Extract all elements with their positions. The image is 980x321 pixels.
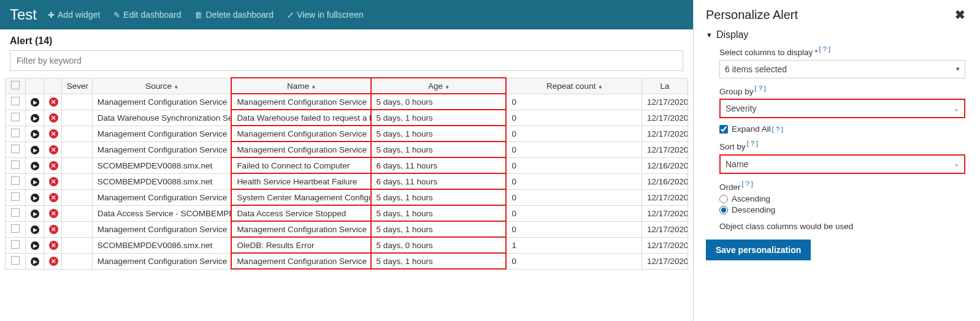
add-widget-button[interactable]: ✚Add widget	[48, 10, 100, 20]
help-icon[interactable]: [ ? ]	[747, 140, 758, 147]
row-expand[interactable]: ▶	[26, 94, 44, 110]
topbar: Test ✚Add widget ✎Edit dashboard 🗑Delete…	[0, 0, 693, 29]
close-icon[interactable]: ✖	[955, 7, 965, 22]
table-row[interactable]: ▶✕Management Configuration ServiceManage…	[6, 94, 688, 110]
row-checkbox[interactable]	[6, 126, 26, 142]
table-row[interactable]: ▶✕Data Warehouse Synchronization SeData …	[6, 110, 688, 126]
delete-dashboard-button[interactable]: 🗑Delete dashboard	[194, 10, 274, 20]
row-age: 5 days, 1 hours	[371, 142, 507, 157]
header-repeat[interactable]: Repeat count ♦	[506, 78, 641, 94]
row-name: Management Configuration Service	[231, 142, 370, 157]
chevron-right-icon: ▶	[31, 98, 39, 107]
row-checkbox[interactable]	[6, 221, 26, 237]
columns-select[interactable]: 6 items selected ▾	[719, 60, 965, 78]
header-last[interactable]: La	[641, 78, 687, 94]
table-row[interactable]: ▶✕Management Configuration ServiceSystem…	[6, 189, 688, 205]
header-source[interactable]: Source ♦	[92, 78, 231, 94]
chevron-right-icon: ▶	[31, 257, 39, 266]
table-row[interactable]: ▶✕SCOMBEMPDEV0088.smx.netHealth Service …	[6, 173, 688, 189]
group-by-select[interactable]: Severity ⌄	[719, 99, 965, 118]
row-checkbox[interactable]	[6, 94, 26, 110]
help-icon[interactable]: [ ? ]	[819, 45, 830, 53]
header-severity[interactable]: Sever	[61, 78, 92, 94]
row-age: 5 days, 0 hours	[371, 237, 507, 253]
view-fullscreen-button[interactable]: ⤢View in fullscreen	[287, 10, 364, 20]
row-expand[interactable]: ▶	[26, 253, 44, 269]
descending-label: Descending	[732, 205, 775, 214]
row-checkbox[interactable]	[6, 157, 26, 173]
row-name: System Center Management Configu	[231, 189, 370, 205]
table-row[interactable]: ▶✕Management Configuration ServiceManage…	[6, 142, 688, 157]
select-columns-label: Select columns to display*[ ? ]	[719, 45, 965, 57]
row-last: 12/17/2020	[641, 221, 687, 237]
table-row[interactable]: ▶✕Management Configuration ServiceManage…	[6, 253, 688, 269]
edit-dashboard-label: Edit dashboard	[123, 10, 181, 20]
row-severity-text	[61, 94, 92, 110]
row-checkbox[interactable]	[6, 189, 26, 205]
row-severity: ✕	[44, 253, 61, 269]
sort-by-select[interactable]: Name ⌄	[719, 154, 965, 174]
row-expand[interactable]: ▶	[26, 205, 44, 221]
error-icon: ✕	[49, 257, 58, 266]
row-checkbox[interactable]	[6, 110, 26, 126]
error-icon: ✕	[49, 177, 58, 186]
error-icon: ✕	[49, 193, 58, 202]
display-section-toggle[interactable]: ▼ Display	[706, 29, 965, 40]
header-age[interactable]: Age ♦	[371, 78, 507, 94]
save-personalization-button[interactable]: Save personalization	[706, 240, 811, 260]
row-repeat: 1	[506, 237, 641, 253]
error-icon: ✕	[49, 241, 58, 250]
expand-all-label: Expand All	[732, 124, 771, 134]
row-expand[interactable]: ▶	[26, 110, 44, 126]
view-fullscreen-label: View in fullscreen	[297, 10, 364, 20]
caret-down-icon: ▼	[706, 31, 713, 39]
row-expand[interactable]: ▶	[26, 142, 44, 157]
expand-all-checkbox[interactable]	[719, 125, 728, 134]
row-checkbox[interactable]	[6, 253, 26, 269]
table-row[interactable]: ▶✕Management Configuration ServiceManage…	[6, 221, 688, 237]
row-expand[interactable]: ▶	[26, 189, 44, 205]
row-last: 12/17/2020	[641, 110, 687, 126]
row-severity: ✕	[44, 173, 61, 189]
table-row[interactable]: ▶✕SCOMBEMPDEV0088.smx.netFailed to Conne…	[6, 157, 688, 173]
row-severity-text	[61, 126, 92, 142]
row-severity: ✕	[44, 126, 61, 142]
add-widget-label: Add widget	[58, 10, 100, 20]
ascending-radio[interactable]	[719, 195, 728, 203]
row-expand[interactable]: ▶	[26, 173, 44, 189]
filter-keyword-input[interactable]	[10, 50, 683, 71]
descending-radio[interactable]	[719, 206, 728, 214]
row-source: Management Configuration Service	[92, 189, 231, 205]
row-expand[interactable]: ▶	[26, 126, 44, 142]
header-name[interactable]: Name ♦	[231, 78, 370, 94]
row-checkbox[interactable]	[6, 237, 26, 253]
row-source: Management Configuration Service	[92, 126, 231, 142]
row-checkbox[interactable]	[6, 142, 26, 157]
help-icon[interactable]: [ ? ]	[755, 85, 766, 92]
row-expand[interactable]: ▶	[26, 237, 44, 253]
table-row[interactable]: ▶✕SCOMBEMPDEV0086.smx.netOleDB: Results …	[6, 237, 688, 253]
edit-dashboard-button[interactable]: ✎Edit dashboard	[113, 10, 181, 20]
personalize-panel: Personalize Alert ✖ ▼ Display Select col…	[693, 0, 980, 321]
table-row[interactable]: ▶✕Management Configuration ServiceManage…	[6, 126, 688, 142]
row-repeat: 0	[506, 173, 641, 189]
header-checkbox[interactable]	[6, 78, 26, 94]
expand-icon: ⤢	[287, 10, 294, 20]
row-checkbox[interactable]	[6, 173, 26, 189]
table-row[interactable]: ▶✕Data Access Service - SCOMBEMPDEData A…	[6, 205, 688, 221]
sort-by-value: Name	[725, 159, 748, 169]
help-icon[interactable]: [ ? ]	[742, 180, 753, 187]
row-repeat: 0	[506, 110, 641, 126]
row-checkbox[interactable]	[6, 205, 26, 221]
row-name: OleDB: Results Error	[231, 237, 370, 253]
help-icon[interactable]: [ ? ]	[772, 126, 783, 133]
row-last: 12/17/2020	[641, 142, 687, 157]
row-severity-text	[61, 189, 92, 205]
row-expand[interactable]: ▶	[26, 221, 44, 237]
row-severity: ✕	[44, 110, 61, 126]
row-repeat: 0	[506, 126, 641, 142]
row-name: Management Configuration Service	[231, 253, 370, 269]
error-icon: ✕	[49, 97, 58, 107]
error-icon: ✕	[49, 209, 58, 218]
row-expand[interactable]: ▶	[26, 157, 44, 173]
